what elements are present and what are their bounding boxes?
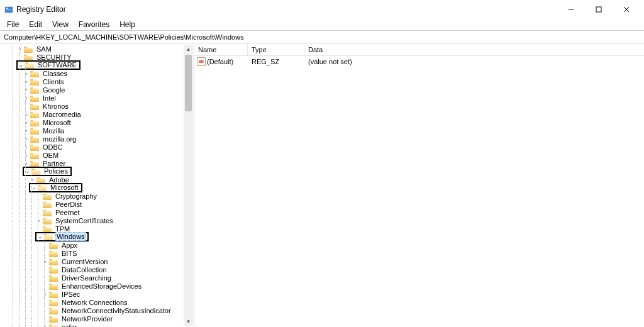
chevron-right-icon[interactable]: › [23,70,30,77]
tree-item[interactable]: ›Peernet [0,208,194,216]
tree-item[interactable]: ›Google [0,86,194,94]
tree-item-label: SOFTWARE [36,61,78,69]
chevron-right-icon[interactable]: › [23,79,30,85]
menu-file[interactable]: File [3,19,23,30]
chevron-right-icon[interactable]: › [23,128,30,134]
svg-rect-1 [6,8,9,9]
folder-icon [49,258,58,265]
tree-item[interactable]: ›NetworkConnectivityStatusIndicator [0,306,194,314]
tree-pane: ›SAM›SECURITY⌄SOFTWARE›Classes›Clients›G… [0,43,194,327]
svg-rect-5 [596,7,601,12]
tree-item[interactable]: ›Microsoft [0,118,194,126]
minimize-button[interactable] [557,1,585,18]
tree-item[interactable]: ›OEM [0,151,194,159]
tree-item-label: Microsoft [42,119,72,126]
chevron-right-icon[interactable]: › [23,160,30,167]
chevron-right-icon[interactable]: › [42,291,49,297]
tree-item[interactable]: ›NetworkProvider [0,314,194,323]
tree-item[interactable]: ›SAM [0,45,194,53]
tree-item[interactable]: ›DataCollection [0,265,194,274]
folder-icon [49,274,58,282]
registry-tree[interactable]: ›SAM›SECURITY⌄SOFTWARE›Classes›Clients›G… [0,43,194,327]
tree-item-label: OEM [42,152,60,159]
titlebar: Registry Editor [0,1,644,18]
folder-icon [30,135,40,143]
chevron-right-icon[interactable]: › [23,144,30,150]
address-bar[interactable]: Computer\HKEY_LOCAL_MACHINE\SOFTWARE\Pol… [0,31,644,43]
chevron-right-icon[interactable]: › [16,46,24,52]
tree-item-label: safer [60,323,78,328]
folder-icon [49,291,58,298]
folder-icon [49,250,58,257]
tree-item[interactable]: ›Appx [0,241,194,249]
folder-icon [31,167,41,175]
chevron-right-icon[interactable]: › [29,177,36,183]
menu-edit[interactable]: Edit [25,19,47,30]
tree-item[interactable]: ⌄Windows [0,233,194,241]
tree-item[interactable]: ›mozilla.org [0,135,194,143]
tree-item[interactable]: ›EnhancedStorageDevices [0,282,194,290]
tree-item[interactable]: ›TPM [0,224,194,233]
col-data[interactable]: Data [304,43,430,55]
scroll-thumb[interactable] [185,55,192,111]
tree-item[interactable]: ›safer [0,323,194,327]
maximize-button[interactable] [585,1,613,18]
folder-icon [30,143,40,151]
scroll-down-icon[interactable]: ▼ [184,317,193,326]
column-headers[interactable]: Name Type Data [194,43,644,56]
tree-item[interactable]: ›ODBC [0,143,194,151]
tree-item-label: NetworkConnectivityStatusIndicator [60,307,172,314]
tree-item[interactable]: ›Classes [0,69,194,77]
menu-favorites[interactable]: Favorites [74,19,114,30]
tree-item[interactable]: ›SystemCertificates [0,216,194,224]
tree-item[interactable]: ›Network Connections [0,298,194,306]
tree-item[interactable]: ⌄SOFTWARE [0,61,194,69]
tree-item[interactable]: ›CurrentVersion [0,257,194,265]
chevron-right-icon[interactable]: › [42,258,49,265]
tree-item[interactable]: ›Khronos [0,102,194,110]
close-button[interactable] [613,1,640,18]
tree-item[interactable]: ›Macromedia [0,110,194,118]
tree-item[interactable]: ›PeerDist [0,200,194,208]
chevron-right-icon[interactable]: › [23,95,30,101]
tree-item[interactable]: ›IPSec [0,290,194,298]
chevron-right-icon[interactable]: › [23,111,30,118]
tree-item[interactable]: ›Cryptography [0,192,194,200]
tree-item-label: mozilla.org [42,135,77,143]
tree-item-label: Appx [60,241,79,249]
tree-item[interactable]: ›BITS [0,249,194,257]
chevron-right-icon[interactable]: › [23,152,30,158]
col-name[interactable]: Name [194,43,248,55]
menu-view[interactable]: View [48,19,73,30]
tree-item[interactable]: ⌄Policies [0,167,194,175]
chevron-right-icon[interactable]: › [23,119,30,126]
tree-item[interactable]: ›Intel [0,94,194,102]
tree-item[interactable]: ›DriverSearching [0,274,194,282]
tree-item[interactable]: ⌄Microsoft [0,184,194,192]
tree-item-label: ODBC [42,143,64,151]
tree-item-label: Peernet [54,209,81,216]
menu-help[interactable]: Help [115,19,140,30]
value-row[interactable]: ab (Default) REG_SZ (value not set) [194,56,644,67]
folder-icon [49,282,58,290]
tree-item-label: Intel [42,94,57,102]
tree-item[interactable]: ›Clients [0,77,194,86]
tree-item-label: SAM [35,45,53,53]
value-data: (value not set) [304,58,352,65]
folder-icon [49,266,58,274]
scroll-up-icon[interactable]: ▲ [184,45,193,53]
col-type[interactable]: Type [248,43,304,55]
tree-item-label: Clients [42,78,65,86]
tree-item-label: Network Connections [60,299,129,306]
folder-icon [49,323,58,328]
folder-icon [49,241,58,249]
chevron-right-icon[interactable]: › [42,324,49,328]
chevron-right-icon[interactable]: › [23,136,30,142]
chevron-right-icon[interactable]: › [35,218,43,224]
chevron-right-icon[interactable]: › [23,87,30,93]
folder-icon [43,209,52,216]
tree-scrollbar[interactable]: ▲ ▼ [184,45,193,326]
tree-item-label: Khronos [42,103,70,110]
folder-icon [30,78,40,86]
tree-item[interactable]: ›Mozilla [0,126,194,135]
